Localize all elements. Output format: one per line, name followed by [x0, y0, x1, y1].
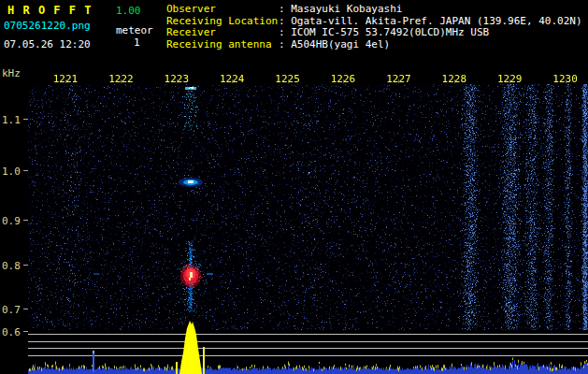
- freq-tick-label: 1.0: [2, 165, 21, 178]
- freq-tick-label: 0.6: [2, 326, 21, 338]
- freq-tick-label: 0.9: [2, 215, 21, 227]
- freq-tick-mark: [23, 331, 28, 332]
- time-tick-mark: [566, 79, 566, 83]
- spectrogram-canvas: [28, 84, 588, 374]
- spectrogram-area: kHz 122112221223122412251226122712281229…: [0, 0, 588, 374]
- time-tick-mark: [65, 79, 66, 83]
- freq-tick-mark: [23, 220, 28, 221]
- freq-tick-mark: [23, 170, 28, 171]
- freq-tick-mark: [23, 119, 28, 120]
- freq-tick-label: 0.8: [2, 260, 21, 272]
- time-tick-mark: [232, 79, 233, 83]
- time-tick-mark: [177, 79, 178, 83]
- time-tick-mark: [454, 79, 455, 83]
- hrofft-screen: H R O F F T 1.00 0705261220.png meteor 1…: [0, 0, 588, 374]
- freq-tick-mark: [23, 309, 28, 309]
- freq-axis-unit: kHz: [2, 67, 21, 79]
- time-tick-mark: [288, 79, 289, 83]
- time-tick-mark: [343, 79, 344, 83]
- freq-tick-label: 1.1: [2, 114, 21, 126]
- freq-tick-mark: [23, 265, 28, 266]
- freq-tick-label: 0.7: [2, 304, 21, 316]
- time-tick-mark: [509, 79, 510, 83]
- time-tick-mark: [398, 79, 399, 83]
- time-tick-mark: [121, 79, 122, 83]
